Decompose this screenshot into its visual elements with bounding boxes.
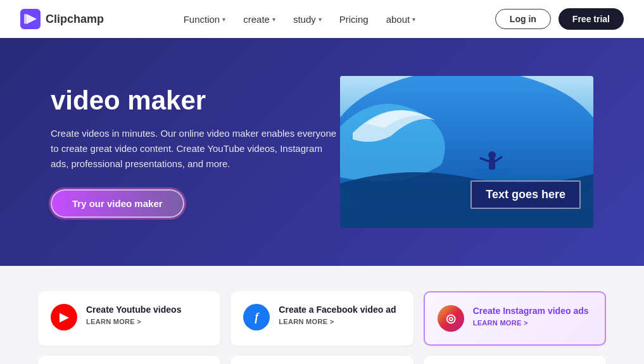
card-title-youtube: Create Youtube videos xyxy=(86,304,208,315)
chevron-down-icon: ▾ xyxy=(412,16,415,23)
card-content-instagram: Create Instagram video ads LEARN MORE > xyxy=(473,305,592,327)
nav-study[interactable]: study ▾ xyxy=(293,14,322,25)
free-trial-button[interactable]: Free trial xyxy=(559,8,624,30)
card-learn-facebook-ad[interactable]: LEARN MORE > xyxy=(279,318,400,325)
cards-grid: ▶ Create Youtube videos LEARN MORE > f C… xyxy=(38,291,606,364)
video-text-overlay: Text goes here xyxy=(470,180,581,209)
card-facebook-cover[interactable]: f Create a Facebook cover video LEARN MO… xyxy=(424,356,606,364)
svg-point-7 xyxy=(488,151,496,159)
nav-pricing[interactable]: Pricing xyxy=(339,14,369,25)
navbar-links: Function ▾ create ▾ study ▾ Pricing abou… xyxy=(184,14,416,25)
youtube-icon: ▶ xyxy=(51,304,77,330)
svg-rect-2 xyxy=(24,14,27,24)
svg-rect-6 xyxy=(489,158,495,170)
card-facebook-ad[interactable]: f Create a Facebook video ad LEARN MORE … xyxy=(230,291,413,346)
card-youtube[interactable]: ▶ Create Youtube videos LEARN MORE > xyxy=(38,291,220,346)
card-title-facebook-ad: Create a Facebook video ad xyxy=(279,304,400,315)
logo-text: Clipchamp xyxy=(46,13,104,26)
login-button[interactable]: Log in xyxy=(495,9,551,29)
card-memes[interactable]: ▦ Create video memes LEARN MORE > xyxy=(230,356,413,364)
instagram-icon: ◎ xyxy=(438,305,464,332)
card-title-instagram: Create Instagram video ads xyxy=(473,305,592,317)
card-slideshow[interactable]: ⊞ Create a slideshow video LEARN MORE > xyxy=(38,356,220,364)
nav-function[interactable]: Function ▾ xyxy=(184,14,226,25)
nav-create[interactable]: create ▾ xyxy=(243,14,275,25)
hero-video: Text goes here xyxy=(340,76,593,228)
hero-description: Create videos in minutes. Our online vid… xyxy=(51,126,340,172)
navbar: Clipchamp Function ▾ create ▾ study ▾ Pr… xyxy=(0,0,644,38)
chevron-down-icon: ▾ xyxy=(272,16,275,23)
card-learn-instagram[interactable]: LEARN MORE > xyxy=(473,319,592,327)
cards-section: ▶ Create Youtube videos LEARN MORE > f C… xyxy=(0,266,644,364)
hero-text-block: video maker Create videos in minutes. Ou… xyxy=(51,86,340,217)
try-video-maker-button[interactable]: Try our video maker xyxy=(51,189,184,218)
nav-about[interactable]: about ▾ xyxy=(386,14,416,25)
card-content-youtube: Create Youtube videos LEARN MORE > xyxy=(86,304,208,325)
facebook-ad-icon: f xyxy=(243,304,270,330)
card-learn-youtube[interactable]: LEARN MORE > xyxy=(86,318,208,325)
card-instagram[interactable]: ◎ Create Instagram video ads LEARN MORE … xyxy=(424,291,606,346)
logo[interactable]: Clipchamp xyxy=(20,9,104,29)
card-content-facebook-ad: Create a Facebook video ad LEARN MORE > xyxy=(279,304,400,325)
chevron-down-icon: ▾ xyxy=(222,16,225,23)
navbar-actions: Log in Free trial xyxy=(495,8,624,30)
chevron-down-icon: ▾ xyxy=(319,16,322,23)
logo-icon xyxy=(20,9,41,29)
video-background: Text goes here xyxy=(340,76,593,228)
hero-title: video maker xyxy=(51,86,340,115)
hero-section: video maker Create videos in minutes. Ou… xyxy=(0,38,644,266)
